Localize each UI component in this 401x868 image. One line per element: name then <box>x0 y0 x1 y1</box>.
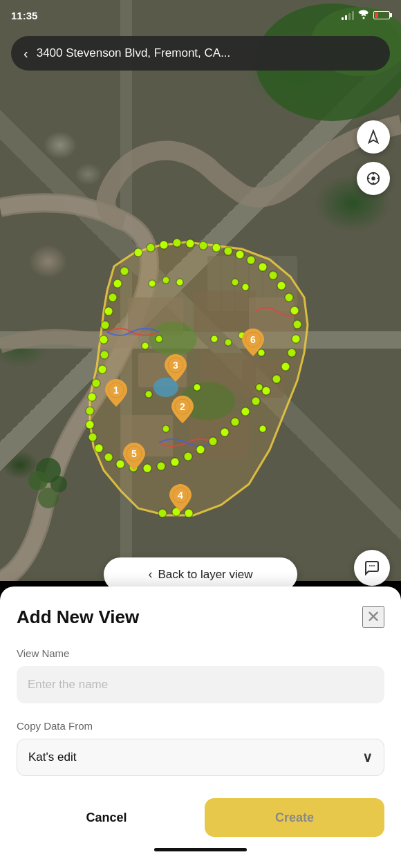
create-button[interactable]: Create <box>205 798 384 837</box>
svg-point-24 <box>186 239 194 248</box>
svg-point-55 <box>88 433 97 441</box>
svg-point-32 <box>277 281 286 290</box>
svg-point-66 <box>113 279 122 288</box>
svg-rect-10 <box>194 290 256 332</box>
address-text: 3400 Stevenson Blvd, Fremont, CA... <box>37 46 377 60</box>
svg-text:4: 4 <box>178 490 183 501</box>
view-name-input[interactable] <box>17 666 384 703</box>
svg-point-23 <box>173 239 181 247</box>
svg-point-65 <box>109 293 117 302</box>
svg-text:6: 6 <box>250 334 256 345</box>
chat-icon <box>364 560 380 576</box>
svg-point-101 <box>28 471 48 490</box>
svg-point-35 <box>293 320 301 329</box>
recenter-icon <box>366 171 381 186</box>
svg-point-71 <box>232 279 239 286</box>
map-container: 1 2 3 4 <box>0 0 401 581</box>
svg-text:1: 1 <box>113 385 119 396</box>
svg-point-59 <box>92 379 100 387</box>
svg-point-46 <box>196 445 205 454</box>
svg-point-37 <box>288 349 296 357</box>
copy-data-label: Copy Data From <box>17 720 384 732</box>
svg-point-62 <box>100 335 108 344</box>
status-time: 11:35 <box>11 10 37 21</box>
svg-point-70 <box>176 279 183 286</box>
view-name-label: View Name <box>17 647 384 659</box>
svg-point-58 <box>88 393 96 401</box>
svg-point-29 <box>247 256 255 264</box>
cancel-button[interactable]: Cancel <box>17 798 196 837</box>
svg-point-64 <box>104 307 113 315</box>
svg-point-43 <box>231 418 239 426</box>
svg-point-39 <box>272 375 281 383</box>
battery-fill <box>375 12 378 18</box>
svg-point-56 <box>86 421 94 429</box>
svg-point-38 <box>281 362 290 371</box>
chat-button[interactable] <box>354 550 390 586</box>
svg-point-81 <box>194 384 200 391</box>
svg-point-80 <box>145 391 152 398</box>
svg-point-76 <box>225 339 232 346</box>
svg-point-25 <box>199 241 207 250</box>
copy-data-value: Kat's edit <box>28 750 76 764</box>
navigate-button[interactable] <box>357 120 390 154</box>
svg-point-60 <box>98 365 106 373</box>
svg-point-82 <box>256 384 263 391</box>
copy-data-select[interactable]: Kat's edit ∨ <box>17 739 384 776</box>
svg-point-63 <box>101 321 109 329</box>
svg-point-27 <box>224 247 232 255</box>
svg-point-49 <box>157 462 165 470</box>
navigate-icon <box>366 129 381 145</box>
bottom-sheet: Add New View ✕ View Name Copy Data From … <box>0 587 401 868</box>
svg-point-52 <box>116 460 124 468</box>
map-svg-overlay: 1 2 3 4 <box>0 0 401 581</box>
recenter-button[interactable] <box>357 162 390 195</box>
home-indicator <box>154 848 247 851</box>
svg-point-44 <box>221 428 229 436</box>
signal-bar-2 <box>345 15 347 20</box>
back-chevron-icon: ‹ <box>149 567 153 582</box>
svg-rect-15 <box>249 297 294 332</box>
signal-icon <box>342 10 354 20</box>
svg-point-57 <box>86 407 94 415</box>
svg-point-36 <box>292 335 300 343</box>
svg-point-20 <box>134 248 142 257</box>
close-button[interactable]: ✕ <box>362 606 384 628</box>
svg-point-75 <box>211 335 218 342</box>
svg-point-47 <box>184 452 192 461</box>
svg-point-79 <box>258 349 265 356</box>
svg-point-105 <box>372 177 375 180</box>
svg-text:3: 3 <box>173 360 178 371</box>
svg-point-21 <box>147 243 155 252</box>
svg-point-50 <box>143 464 151 472</box>
svg-point-61 <box>100 351 109 359</box>
svg-point-30 <box>259 263 267 271</box>
sheet-header: Add New View ✕ <box>17 606 384 628</box>
svg-point-53 <box>104 453 113 461</box>
address-bar[interactable]: ‹ 3400 Stevenson Blvd, Fremont, CA... <box>11 36 390 71</box>
svg-point-103 <box>38 488 59 508</box>
svg-point-69 <box>162 277 169 284</box>
svg-point-67 <box>120 267 129 275</box>
svg-point-68 <box>149 280 156 287</box>
svg-point-33 <box>285 293 293 302</box>
svg-point-41 <box>252 397 260 405</box>
svg-point-22 <box>160 241 168 249</box>
svg-point-74 <box>156 335 162 342</box>
action-buttons: Cancel Create <box>17 798 384 837</box>
svg-point-54 <box>95 444 103 452</box>
svg-point-83 <box>259 425 266 432</box>
sheet-title: Add New View <box>17 607 139 628</box>
status-icons <box>342 10 390 21</box>
svg-point-45 <box>209 437 217 445</box>
status-bar: 11:35 <box>0 0 401 30</box>
svg-point-40 <box>262 387 270 395</box>
chevron-down-icon: ∨ <box>362 749 373 766</box>
battery-icon <box>373 11 390 19</box>
signal-bar-4 <box>352 11 354 20</box>
wifi-icon <box>358 10 369 21</box>
svg-point-34 <box>290 306 299 315</box>
signal-bar-3 <box>348 13 351 20</box>
signal-bar-1 <box>342 17 344 20</box>
back-arrow-icon[interactable]: ‹ <box>24 46 28 62</box>
